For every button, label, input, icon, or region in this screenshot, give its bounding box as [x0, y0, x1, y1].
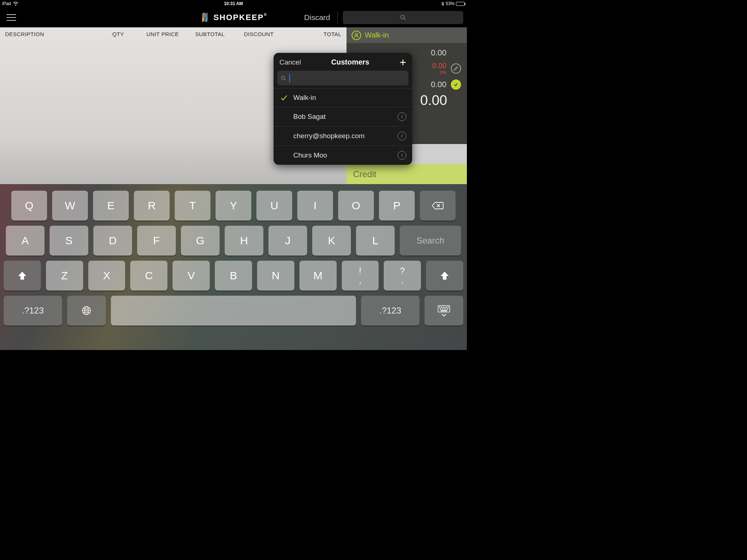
key-C[interactable]: C	[130, 261, 167, 291]
discount-value: 0.00	[432, 62, 446, 70]
key-R[interactable]: R	[134, 191, 170, 221]
person-icon	[352, 31, 361, 40]
customer-row[interactable]: cherry@shopkeep.comi	[274, 126, 412, 145]
svg-rect-17	[444, 308, 445, 310]
key-Q[interactable]: Q	[11, 191, 47, 221]
discard-button[interactable]: Discard	[302, 13, 332, 22]
customer-label: Churs Moo	[293, 151, 392, 159]
app-header: SHOPKEEP® Discard	[0, 7, 467, 27]
key-I[interactable]: I	[297, 191, 333, 221]
svg-rect-16	[442, 308, 443, 310]
key-space[interactable]	[111, 296, 356, 326]
col-subtotal: SUBTOTAL	[195, 31, 244, 37]
checkmark-icon	[279, 94, 288, 102]
popover-title: Customers	[331, 58, 369, 66]
customer-list: Walk-inBob Sagaticherry@shopkeep.comiChu…	[274, 88, 412, 165]
key-K[interactable]: K	[312, 226, 351, 256]
menu-button[interactable]	[7, 11, 19, 24]
svg-point-0	[401, 15, 405, 19]
key-comma[interactable]: !,	[342, 261, 379, 291]
battery-icon	[456, 2, 465, 6]
col-discount: DISCOUNT	[244, 31, 293, 37]
key-B[interactable]: B	[215, 261, 252, 291]
key-E[interactable]: E	[93, 191, 129, 221]
key-G[interactable]: G	[181, 226, 220, 256]
subtotal-value: 0.00	[425, 48, 446, 58]
svg-rect-10	[441, 307, 442, 308]
info-icon[interactable]: i	[398, 132, 406, 140]
key-L[interactable]: L	[356, 226, 395, 256]
customer-row[interactable]: Walk-in	[274, 88, 412, 107]
svg-rect-11	[443, 307, 444, 308]
brand-text: SHOPKEEP®	[213, 13, 267, 22]
device-label: iPad	[2, 1, 11, 6]
svg-rect-18	[445, 308, 446, 310]
key-T[interactable]: T	[175, 191, 210, 221]
status-bar: iPad 10:31 AM 53%	[0, 0, 467, 7]
key-N[interactable]: N	[257, 261, 294, 291]
svg-rect-9	[439, 307, 440, 308]
key-W[interactable]: W	[52, 191, 88, 221]
key-M[interactable]: M	[299, 261, 337, 291]
key-period[interactable]: ?.	[384, 261, 421, 291]
customer-label: Bob Sagat	[293, 113, 392, 121]
keyboard: QWERTYUIOP ASDFGHJKLSearch ZXCVBNM!,?. .…	[0, 184, 467, 350]
search-icon	[281, 75, 286, 81]
key-O[interactable]: O	[338, 191, 374, 221]
svg-rect-20	[441, 310, 447, 311]
text-cursor	[289, 74, 290, 82]
bluetooth-icon	[441, 1, 444, 6]
divider	[337, 11, 338, 24]
brand: SHOPKEEP®	[200, 12, 267, 23]
svg-line-4	[285, 79, 286, 80]
svg-point-3	[282, 76, 285, 79]
edit-discount-button[interactable]	[451, 63, 461, 74]
key-S[interactable]: S	[50, 226, 88, 256]
discount-pct: 0%	[432, 70, 446, 75]
key-Y[interactable]: Y	[216, 191, 251, 221]
info-icon[interactable]: i	[398, 112, 406, 121]
svg-rect-12	[445, 307, 446, 308]
key-V[interactable]: V	[173, 261, 210, 291]
customer-row[interactable]: Churs Mooi	[274, 145, 412, 165]
tax-ok-button[interactable]	[451, 79, 461, 90]
key-H[interactable]: H	[225, 226, 263, 256]
info-icon[interactable]: i	[398, 151, 406, 160]
popover-cancel-button[interactable]: Cancel	[279, 58, 301, 66]
key-J[interactable]: J	[268, 226, 307, 256]
key-backspace[interactable]	[420, 191, 456, 221]
key-shift-right[interactable]	[426, 261, 463, 291]
credit-button[interactable]: Credit	[347, 164, 467, 184]
svg-rect-13	[446, 307, 448, 308]
col-total: TOTAL	[293, 31, 341, 37]
customer-search-input[interactable]	[277, 71, 409, 85]
header-search[interactable]	[343, 11, 463, 24]
clock: 10:31 AM	[156, 1, 311, 6]
key-U[interactable]: U	[256, 191, 292, 221]
battery-pct: 53%	[446, 1, 454, 6]
key-search[interactable]: Search	[400, 226, 461, 256]
customer-row[interactable]: Bob Sagati	[274, 107, 412, 126]
key-Z[interactable]: Z	[46, 261, 83, 291]
key-symbols-right[interactable]: .?123	[361, 296, 419, 326]
column-headers: DESCRIPTION QTY UNIT PRICE SUBTOTAL DISC…	[0, 27, 347, 40]
key-globe[interactable]	[67, 296, 106, 326]
key-D[interactable]: D	[93, 226, 132, 256]
customers-popover: Cancel Customers + Walk-inBob Sagaticher…	[274, 53, 412, 165]
svg-line-1	[404, 18, 406, 20]
add-customer-button[interactable]: +	[399, 59, 406, 66]
key-X[interactable]: X	[88, 261, 125, 291]
key-hide-keyboard[interactable]	[425, 296, 463, 326]
col-unit-price: UNIT PRICE	[147, 31, 196, 37]
key-P[interactable]: P	[379, 191, 415, 221]
customer-selector[interactable]: Walk-in	[347, 27, 467, 43]
customer-label: Walk-in	[293, 94, 406, 102]
key-A[interactable]: A	[6, 226, 44, 256]
svg-rect-19	[447, 308, 448, 310]
wifi-icon	[13, 2, 18, 6]
key-shift-left[interactable]	[4, 261, 41, 291]
key-symbols-left[interactable]: .?123	[4, 296, 62, 326]
key-F[interactable]: F	[137, 226, 176, 256]
tax-value: 0.00	[425, 80, 446, 89]
svg-rect-15	[440, 308, 441, 310]
